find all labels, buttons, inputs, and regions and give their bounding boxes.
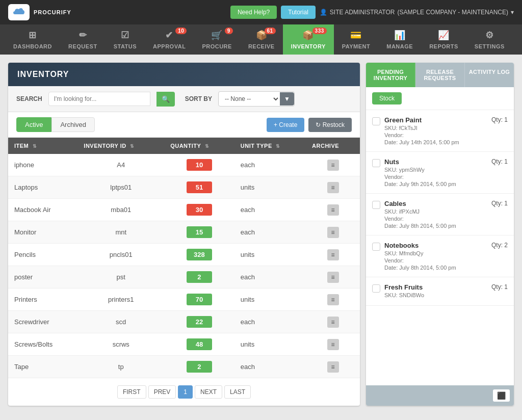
cell-archive: ≡	[306, 221, 360, 244]
cell-item: Laptops	[8, 176, 77, 199]
pending-checkbox[interactable]	[372, 243, 380, 251]
search-button[interactable]: 🔍	[156, 92, 175, 107]
nav-item-procure[interactable]: 9 🛒 PROCURE	[194, 24, 240, 55]
cell-archive: ≡	[306, 288, 360, 311]
cell-id: mba01	[77, 199, 164, 221]
archive-button[interactable]: ≡	[327, 160, 339, 171]
archive-button[interactable]: ≡	[327, 272, 339, 283]
nav-label-payment: PAYMENT	[342, 43, 370, 49]
page-last[interactable]: LAST	[224, 385, 251, 399]
sort-arrow-icon: ▼	[280, 92, 294, 106]
nav-label-settings: SETTINGS	[475, 43, 505, 49]
top-actions: Need Help? Tutorial 👤 SITE ADMINISTRATOR…	[230, 6, 514, 19]
pending-date: Date: July 14th 2014, 5:00 pm	[384, 139, 508, 145]
logo: PROCURIFY	[8, 4, 71, 20]
page-1[interactable]: 1	[178, 385, 193, 399]
page-next[interactable]: NEXT	[195, 385, 222, 399]
pending-checkbox[interactable]	[372, 159, 380, 167]
cell-id: A4	[77, 154, 164, 176]
pending-checkbox[interactable]	[372, 284, 380, 293]
cell-item: poster	[8, 266, 77, 288]
restock-button[interactable]: ↻ Restock	[308, 118, 352, 132]
tab-pending-inventory[interactable]: PENDING INVENTORY	[366, 63, 415, 87]
nav-item-reports[interactable]: 📈 REPORTS	[421, 24, 466, 55]
pending-vendor: Vendor:	[384, 132, 508, 138]
page-prev[interactable]: PREV	[148, 385, 176, 399]
cell-id: scrws	[77, 333, 164, 356]
tutorial-button[interactable]: Tutorial	[281, 6, 316, 19]
user-menu[interactable]: 👤 SITE ADMINISTRATOR (SAMPLE COMPANY - M…	[320, 9, 514, 16]
cell-qty: 30	[164, 199, 234, 221]
inventory-panel: INVENTORY SEARCH 🔍 SORT BY -- None -- ▼ …	[8, 63, 360, 406]
table-row: Printers printers1 70 units ≡	[8, 288, 360, 311]
pending-name: Fresh Fruits Qty: 1	[384, 283, 508, 291]
pending-name: Nuts Qty: 1	[384, 158, 508, 166]
cell-qty: 51	[164, 176, 234, 199]
help-button[interactable]: Need Help?	[230, 6, 277, 19]
stock-button[interactable]: Stock	[372, 92, 402, 104]
cell-unit: each	[234, 356, 306, 378]
request-icon: ✏	[79, 30, 87, 41]
search-input[interactable]	[48, 92, 150, 106]
create-button[interactable]: + Create	[267, 118, 304, 132]
nav-item-request[interactable]: ✏ REQUEST	[60, 24, 106, 55]
pending-date: Date: July 8th 2014, 5:00 pm	[384, 265, 508, 271]
col-quantity[interactable]: QUANTITY ⇅	[164, 138, 234, 154]
cell-unit: each	[234, 154, 306, 176]
sort-dropdown[interactable]: -- None -- ▼	[218, 91, 295, 107]
table-row: Pencils pncls01 328 units ≡	[8, 244, 360, 266]
cell-item: Pencils	[8, 244, 77, 266]
cell-qty: 48	[164, 333, 234, 356]
page-first[interactable]: FIRST	[117, 385, 146, 399]
cell-item: Screwdriver	[8, 311, 77, 333]
tab-release-requests[interactable]: RELEASE REQUESTS	[415, 63, 465, 87]
payment-icon: 💳	[350, 30, 362, 41]
nav-item-payment[interactable]: 💳 PAYMENT	[334, 24, 378, 55]
sort-select[interactable]: -- None --	[219, 92, 280, 106]
archive-button[interactable]: ≡	[327, 361, 339, 373]
pending-info: Cables Qty: 1 SKU: ifPXcMJ Vendor: Date:…	[384, 200, 508, 229]
pending-checkbox[interactable]	[372, 117, 380, 125]
table-row: Screwdriver scd 22 each ≡	[8, 311, 360, 333]
cell-unit: units	[234, 244, 306, 266]
pending-name: Notebooks Qty: 2	[384, 242, 508, 249]
archive-button[interactable]: ≡	[327, 294, 339, 305]
cell-id: printers1	[77, 288, 164, 311]
right-panel-footer: ⬛	[366, 385, 514, 406]
col-inventory-id[interactable]: INVENTORY ID ⇅	[77, 138, 164, 154]
table-row: iphone A4 10 each ≡	[8, 154, 360, 176]
nav-item-inventory[interactable]: 333 📦 INVENTORY	[283, 24, 334, 55]
pending-name: Cables Qty: 1	[384, 200, 508, 207]
pending-info: Green Paint Qty: 1 SKU: fCkTsJI Vendor: …	[384, 116, 508, 145]
archive-button[interactable]: ≡	[327, 227, 339, 238]
nav-item-manage[interactable]: 📊 MANAGE	[378, 24, 421, 55]
tab-archived[interactable]: Archived	[51, 117, 95, 132]
cell-archive: ≡	[306, 176, 360, 199]
user-name: SITE ADMINISTRATOR	[330, 9, 395, 16]
nav-label-dashboard: DASHBOARD	[13, 43, 52, 49]
cell-unit: each	[234, 221, 306, 244]
export-button[interactable]: ⬛	[493, 389, 510, 402]
archive-button[interactable]: ≡	[327, 249, 339, 260]
tab-activity-log[interactable]: ACTIVITY LOG	[465, 63, 514, 87]
nav-item-settings[interactable]: ⚙ SETTINGS	[466, 24, 513, 55]
nav-item-approval[interactable]: 10 ✔ APPROVAL	[145, 24, 194, 55]
tab-active[interactable]: Active	[16, 117, 51, 132]
archive-button[interactable]: ≡	[327, 204, 339, 216]
nav-item-receive[interactable]: 61 📦 RECEIVE	[240, 24, 283, 55]
col-unit-type[interactable]: UNIT TYPE ⇅	[234, 138, 306, 154]
pending-checkbox[interactable]	[372, 201, 380, 209]
nav-item-dashboard[interactable]: ⊞ DASHBOARD	[5, 24, 60, 55]
cell-item: Macbook Air	[8, 199, 77, 221]
col-item[interactable]: ITEM ⇅	[8, 138, 77, 154]
user-icon: 👤	[320, 9, 327, 16]
cell-unit: units	[234, 333, 306, 356]
nav-item-status[interactable]: ☑ STATUS	[106, 24, 145, 55]
archive-button[interactable]: ≡	[327, 317, 339, 328]
search-label: SEARCH	[16, 95, 42, 102]
archive-button[interactable]: ≡	[327, 339, 339, 350]
chevron-down-icon: ▾	[511, 9, 514, 16]
archive-button[interactable]: ≡	[327, 182, 339, 193]
cell-archive: ≡	[306, 154, 360, 176]
table-row: Laptops lptps01 51 units ≡	[8, 176, 360, 199]
